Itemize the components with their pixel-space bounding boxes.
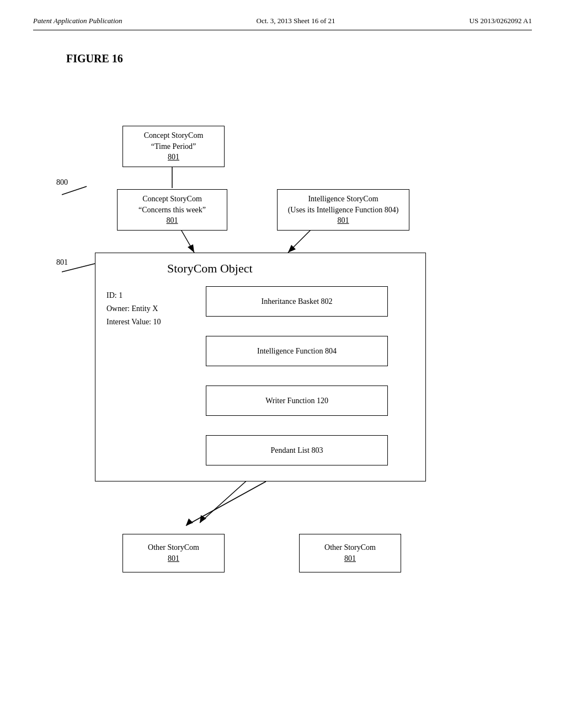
svg-line-8 [62,186,87,195]
svg-marker-11 [186,518,193,526]
box-intelligence-function: Intelligence Function 804 [206,336,388,366]
label-800: 800 [56,178,68,187]
figure-title: FIGURE 16 [66,52,532,65]
box-pendant-list: Pendant List 803 [206,435,388,465]
box-writer-function: Writer Function 120 [206,386,388,416]
box-other-storycom-2: Other StoryCom 801 [299,534,401,572]
pendant-arrows [95,479,426,534]
box-concept-concerns: Concept StoryCom “Concerns this week” 80… [117,189,227,231]
storycom-object-info: ID: 1 Owner: Entity X Interest Value: 10 [106,289,161,328]
box-inheritance-basket: Inheritance Basket 802 [206,286,388,317]
svg-marker-5 [288,245,296,253]
storycom-object-container: StoryCom Object ID: 1 Owner: Entity X In… [95,253,426,481]
box-intelligence-storycom: Intelligence StoryCom (Uses its Intellig… [277,189,409,231]
diagram: 800 801 Concept StoryCom “Time Period” 8… [45,82,520,622]
page-header: Patent Application Publication Oct. 3, 2… [33,17,532,30]
svg-marker-3 [188,244,194,253]
box-concept-time: Concept StoryCom “Time Period” 801 [122,126,225,167]
svg-line-10 [186,481,266,526]
label-800-arrow [62,184,95,206]
storycom-object-title: StoryCom Object [167,261,253,276]
svg-marker-7 [200,515,206,523]
header-center: Oct. 3, 2013 Sheet 16 of 21 [257,17,335,25]
label-801: 801 [56,258,68,267]
header-right: US 2013/0262092 A1 [470,17,532,25]
header-left: Patent Application Publication [33,17,122,25]
box-other-storycom-1: Other StoryCom 801 [122,534,225,572]
